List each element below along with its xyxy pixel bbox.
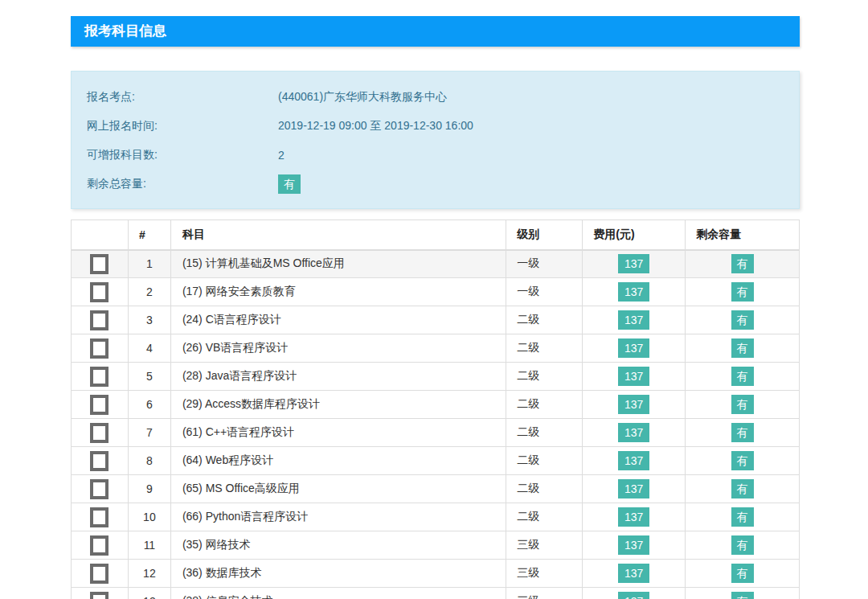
subject-index: 7 [128,419,170,447]
subject-capacity-cell: 有 [686,306,800,334]
fee-badge: 137 [618,423,649,442]
capacity-badge: 有 [731,423,754,442]
subject-checkbox[interactable] [90,451,108,471]
capacity-badge: 有 [731,564,754,583]
subject-row: 2(17) 网络安全素质教育一级137有 [72,278,800,306]
subject-fee-cell: 137 [583,334,686,363]
table-header-row: # 科目 级别 费用(元) 剩余容量 [72,220,800,250]
subject-fee-cell: 137 [583,560,686,588]
subject-level: 三级 [506,531,583,560]
subject-checkbox-cell [72,503,129,531]
subject-checkbox-cell [72,447,129,475]
subject-capacity-cell: 有 [686,391,800,419]
subject-level: 一级 [506,278,583,306]
fee-badge: 137 [618,282,649,302]
subject-fee-cell: 137 [583,419,686,447]
subject-level: 二级 [506,419,583,447]
subject-capacity-cell: 有 [686,475,800,503]
subject-name: (38) 信息安全技术 [170,588,506,599]
subject-checkbox[interactable] [90,564,108,584]
subject-index: 4 [128,334,170,363]
info-field-row: 网上报名时间:2019-12-19 09:00 至 2019-12-30 16:… [87,112,799,141]
capacity-badge: 有 [731,479,754,498]
subject-fee-cell: 137 [583,503,686,531]
subject-name: (64) Web程序设计 [170,447,506,475]
subject-level: 二级 [506,334,583,363]
subject-capacity-cell: 有 [686,503,800,531]
subject-checkbox[interactable] [90,254,108,274]
subject-capacity-cell: 有 [686,250,800,278]
subject-checkbox-cell [72,391,129,419]
subject-checkbox[interactable] [90,282,108,302]
subject-capacity-cell: 有 [686,531,800,560]
fee-badge: 137 [618,367,649,386]
subject-row: 3(24) C语言程序设计二级137有 [72,306,800,334]
header-level-column: 级别 [506,220,583,250]
subject-row: 12(36) 数据库技术三级137有 [72,560,800,588]
subject-checkbox-cell [72,334,129,363]
subject-index: 2 [128,278,170,306]
subject-name: (65) MS Office高级应用 [170,475,506,503]
info-field-label: 网上报名时间: [87,119,278,133]
subject-checkbox[interactable] [90,367,108,387]
header-checkbox-column [72,220,129,250]
fee-badge: 137 [618,451,649,470]
subject-checkbox[interactable] [90,535,108,556]
subject-capacity-cell: 有 [686,419,800,447]
subject-fee-cell: 137 [583,588,686,599]
capacity-badge: 有 [731,338,754,358]
header-index-column: # [128,220,170,250]
info-field-row: 剩余总容量:有 [87,170,799,199]
subject-level: 三级 [506,560,583,588]
capacity-badge: 有 [731,282,754,302]
capacity-badge: 有 [731,395,754,414]
subject-capacity-cell: 有 [686,560,800,588]
subject-index: 1 [128,250,170,278]
capacity-badge: 有 [731,507,754,527]
subject-row: 4(26) VB语言程序设计二级137有 [72,334,800,363]
fee-badge: 137 [618,592,649,599]
fee-badge: 137 [618,395,649,414]
capacity-available-badge: 有 [278,174,301,194]
subject-index: 6 [128,391,170,419]
subject-row: 7(61) C++语言程序设计二级137有 [72,419,800,447]
subject-capacity-cell: 有 [686,588,800,599]
subject-checkbox-cell [72,250,129,278]
capacity-badge: 有 [731,367,754,386]
subject-fee-cell: 137 [583,278,686,306]
subject-name: (61) C++语言程序设计 [170,419,506,447]
fee-badge: 137 [618,254,649,273]
page-title: 报考科目信息 [71,16,800,47]
fee-badge: 137 [618,310,649,330]
subject-checkbox[interactable] [90,395,108,415]
subject-name: (35) 网络技术 [170,531,506,560]
subject-fee-cell: 137 [583,531,686,560]
registration-info-panel: 报名考点:(440061)广东华师大科教服务中心网上报名时间:2019-12-1… [71,71,800,209]
capacity-badge: 有 [731,254,754,273]
subject-level: 二级 [506,391,583,419]
subject-fee-cell: 137 [583,475,686,503]
info-field-label: 剩余总容量: [87,177,278,191]
subject-checkbox[interactable] [90,310,108,330]
subject-capacity-cell: 有 [686,278,800,306]
info-field-value: 2019-12-19 09:00 至 2019-12-30 16:00 [278,119,473,133]
subject-checkbox-cell [72,278,129,306]
subject-row: 13(38) 信息安全技术三级137有 [72,588,800,599]
info-field-label: 可增报科目数: [87,148,278,162]
subject-checkbox-cell [72,363,129,391]
capacity-badge: 有 [731,451,754,470]
subjects-table: # 科目 级别 费用(元) 剩余容量 1(15) 计算机基础及MS Office… [71,219,800,599]
capacity-badge: 有 [731,592,754,599]
subject-name: (29) Access数据库程序设计 [170,391,506,419]
subject-fee-cell: 137 [583,306,686,334]
subject-level: 二级 [506,447,583,475]
subject-checkbox[interactable] [90,479,108,499]
info-field-row: 可增报科目数:2 [87,141,799,170]
subject-checkbox[interactable] [90,423,108,443]
subject-name: (15) 计算机基础及MS Office应用 [170,250,506,278]
subject-checkbox[interactable] [90,507,108,527]
subject-checkbox[interactable] [90,592,108,599]
info-field-value: 2 [278,149,285,162]
subject-checkbox[interactable] [90,338,108,359]
subject-index: 10 [128,503,170,531]
